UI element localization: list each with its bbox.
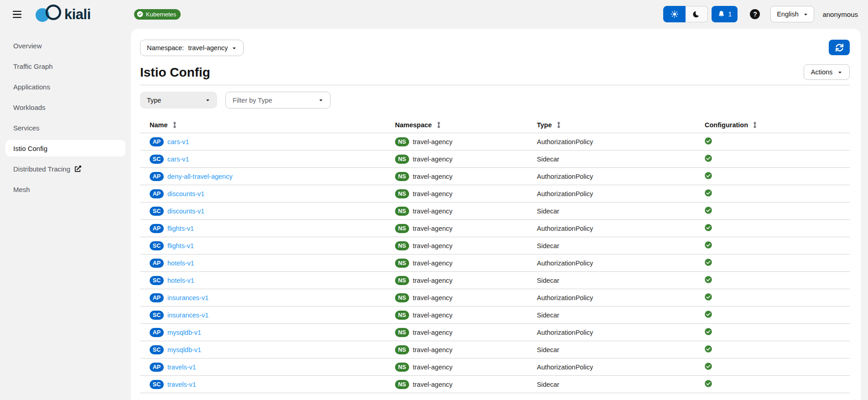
config-name-link[interactable]: discounts-v1: [167, 190, 204, 197]
object-type-badge: AP: [150, 189, 164, 198]
config-valid-icon: [705, 345, 712, 353]
refresh-button[interactable]: [829, 40, 850, 55]
light-theme-button[interactable]: [663, 6, 686, 22]
chevron-down-icon: [837, 70, 842, 75]
config-name-link[interactable]: cars-v1: [167, 156, 189, 163]
config-name-link[interactable]: deny-all-travel-agency: [167, 173, 233, 180]
masthead: kiali Kubernetes: [0, 0, 868, 28]
config-valid-icon: [705, 189, 712, 197]
namespace-badge: NS: [395, 345, 409, 354]
sun-icon: [670, 10, 679, 18]
config-name-link[interactable]: flights-v1: [167, 225, 194, 232]
filter-category-label: Type: [147, 97, 161, 104]
object-type-badge: AP: [150, 363, 164, 372]
object-type-badge: AP: [150, 137, 164, 146]
brand-name: kiali: [64, 7, 91, 21]
config-name-link[interactable]: insurances-v1: [167, 294, 208, 301]
namespace-badge: NS: [395, 207, 409, 216]
sort-icon[interactable]: [437, 122, 441, 128]
type-value: AuthorizationPolicy: [537, 220, 705, 237]
config-valid-icon: [705, 311, 712, 318]
namespace-badge: NS: [395, 137, 409, 146]
main-content: Namespace: travel-agency Istio Config Ac…: [131, 29, 861, 400]
config-name-link[interactable]: mysqldb-v1: [167, 329, 201, 336]
help-button[interactable]: ?: [750, 9, 760, 19]
actions-dropdown-button[interactable]: Actions: [804, 64, 850, 80]
type-value: Sidecar: [537, 151, 705, 168]
config-name-link[interactable]: mysqldb-v1: [167, 346, 201, 353]
sidebar-item-workloads[interactable]: Workloads: [5, 99, 125, 115]
object-type-badge: SC: [150, 276, 164, 285]
table-row: SC discounts-v1 NS travel-agency Sidecar: [140, 203, 850, 220]
sidebar-item-label: Overview: [13, 42, 42, 50]
type-value: Sidecar: [537, 376, 705, 393]
page-title: Istio Config: [140, 65, 210, 80]
type-value: Sidecar: [537, 306, 705, 324]
config-name-link[interactable]: travels-v1: [167, 381, 196, 388]
config-name-link[interactable]: hotels-v1: [167, 277, 194, 284]
sidebar-item-applications[interactable]: Applications: [5, 78, 125, 95]
type-value: AuthorizationPolicy: [537, 358, 705, 376]
object-type-badge: AP: [150, 328, 164, 337]
istio-config-table: Name Namespace Type Configuration: [140, 121, 850, 393]
config-name-link[interactable]: flights-v1: [167, 242, 194, 249]
namespace-badge: NS: [395, 224, 409, 233]
namespace-value: travel-agency: [413, 346, 452, 353]
object-type-badge: SC: [150, 207, 164, 216]
column-header-configuration: Configuration: [705, 121, 850, 133]
namespace-badge: NS: [395, 241, 409, 250]
object-type-badge: SC: [150, 241, 164, 250]
chevron-down-icon: [232, 46, 237, 51]
table-row: AP deny-all-travel-agency NS travel-agen…: [140, 168, 850, 185]
sidebar-item-traffic-graph[interactable]: Traffic Graph: [5, 58, 125, 74]
language-select[interactable]: English: [770, 6, 814, 22]
sidebar-item-label: Services: [13, 124, 40, 132]
sidebar-item-overview[interactable]: Overview: [5, 37, 125, 54]
table-row: SC flights-v1 NS travel-agency Sidecar: [140, 237, 850, 255]
config-name-link[interactable]: insurances-v1: [167, 312, 208, 319]
sidebar-item-services[interactable]: Services: [5, 119, 125, 136]
config-valid-icon: [705, 224, 712, 231]
kiali-logo-icon: [35, 4, 63, 25]
table-row: SC mysqldb-v1 NS travel-agency Sidecar: [140, 341, 850, 358]
namespace-value: travel-agency: [413, 138, 452, 145]
namespace-select[interactable]: Namespace: travel-agency: [140, 40, 244, 56]
type-value: AuthorizationPolicy: [537, 289, 705, 306]
chevron-down-icon: [803, 12, 808, 17]
sort-icon[interactable]: [173, 122, 177, 128]
config-valid-icon: [705, 380, 712, 387]
namespace-value: travel-agency: [413, 173, 452, 180]
config-name-link[interactable]: travels-v1: [167, 364, 196, 371]
type-value: Sidecar: [537, 203, 705, 220]
config-name-link[interactable]: cars-v1: [167, 138, 189, 145]
filter-category-select[interactable]: Type: [140, 92, 217, 109]
table-row: AP discounts-v1 NS travel-agency Authori…: [140, 185, 850, 203]
sidebar-item-distributed-tracing[interactable]: Distributed Tracing: [5, 161, 125, 177]
config-name-link[interactable]: hotels-v1: [167, 260, 194, 267]
sidebar-item-istio-config[interactable]: Istio Config: [5, 140, 125, 156]
namespace-value: travel-agency: [413, 242, 452, 249]
namespace-badge: NS: [395, 276, 409, 285]
istio-config-table-body: AP cars-v1 NS travel-agency Authorizatio…: [140, 133, 850, 393]
table-row: SC travels-v1 NS travel-agency Sidecar: [140, 376, 850, 393]
chevron-down-icon: [318, 98, 323, 103]
table-row: AP mysqldb-v1 NS travel-agency Authoriza…: [140, 324, 850, 341]
config-name-link[interactable]: discounts-v1: [167, 208, 204, 215]
sort-icon[interactable]: [753, 122, 757, 128]
notifications-count: 1: [728, 10, 732, 18]
filter-by-type-select[interactable]: Filter by Type: [225, 92, 331, 109]
dark-theme-button[interactable]: [686, 6, 708, 22]
sidebar-item-label: Istio Config: [13, 145, 47, 152]
menu-toggle-button[interactable]: [11, 8, 23, 20]
sort-icon[interactable]: [557, 122, 561, 128]
notifications-button[interactable]: 1: [712, 6, 738, 22]
namespace-badge: NS: [395, 155, 409, 164]
namespace-value: travel-agency: [413, 208, 452, 215]
config-valid-icon: [705, 155, 712, 162]
config-valid-icon: [705, 293, 712, 301]
object-type-badge: SC: [150, 155, 164, 164]
sidebar-item-mesh[interactable]: Mesh: [5, 181, 125, 197]
object-type-badge: AP: [150, 293, 164, 302]
type-value: Sidecar: [537, 237, 705, 255]
object-type-badge: AP: [150, 224, 164, 233]
